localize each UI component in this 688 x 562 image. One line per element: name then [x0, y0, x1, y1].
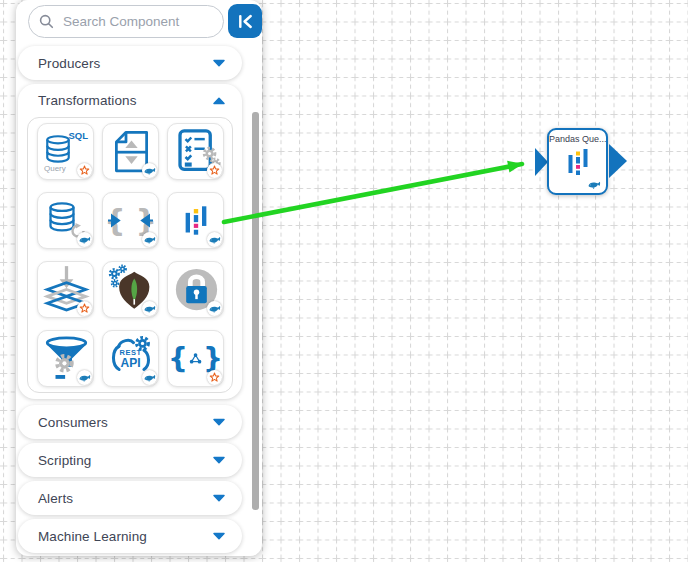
whale-badge-icon	[588, 181, 601, 189]
node-body[interactable]: Pandas Que...	[547, 128, 608, 195]
spark-star-badge-icon	[207, 370, 222, 385]
node-output-connector[interactable]	[609, 144, 627, 178]
whale-badge-icon	[142, 301, 157, 316]
tile-pandas[interactable]	[167, 192, 224, 249]
sidebar-section-consumers: Consumers	[18, 405, 242, 439]
collapse-left-icon	[237, 13, 254, 30]
tile-sql-query[interactable]: SQL Query	[37, 123, 94, 180]
tile-checklist-gears[interactable]	[167, 123, 224, 180]
sql-label: SQL	[68, 130, 88, 141]
tile-braces-network[interactable]: { }	[167, 330, 224, 387]
component-sidebar: Producers Transformations SQL Query	[16, 0, 262, 556]
chevron-down-icon	[212, 418, 226, 426]
section-label: Machine Learning	[38, 529, 147, 544]
sidebar-scrollbar-thumb[interactable]	[252, 112, 259, 510]
sidebar-section-transformations: Transformations SQL Query	[18, 84, 242, 399]
api-label: API	[120, 356, 140, 370]
chevron-up-icon	[212, 97, 226, 105]
spark-star-badge-icon	[207, 163, 222, 178]
collapse-panel-button[interactable]	[228, 4, 262, 38]
section-header-machine-learning[interactable]: Machine Learning	[18, 519, 242, 553]
tile-funnel-gear[interactable]	[37, 330, 94, 387]
canvas-node-pandas-query[interactable]: Pandas Que...	[535, 128, 630, 198]
section-label: Consumers	[38, 415, 108, 430]
transformations-tile-grid: SQL Query	[27, 117, 233, 393]
search-icon	[39, 14, 54, 29]
chevron-down-icon	[212, 456, 226, 464]
section-header-alerts[interactable]: Alerts	[18, 481, 242, 515]
spark-star-badge-icon	[77, 163, 92, 178]
database-sql-icon	[45, 135, 71, 164]
tile-mongodb-gears[interactable]	[102, 261, 159, 318]
section-label: Scripting	[38, 453, 91, 468]
sidebar-section-alerts: Alerts	[18, 481, 242, 515]
section-header-consumers[interactable]: Consumers	[18, 405, 242, 439]
tile-lock[interactable]	[167, 261, 224, 318]
tile-layers-insert[interactable]	[37, 261, 94, 318]
tile-database-refresh[interactable]	[37, 192, 94, 249]
tile-file-sort[interactable]	[102, 123, 159, 180]
section-label: Alerts	[38, 491, 73, 506]
whale-badge-icon	[142, 370, 157, 385]
whale-badge-icon	[77, 232, 92, 247]
section-header-scripting[interactable]: Scripting	[18, 443, 242, 477]
sidebar-section-producers: Producers	[18, 46, 242, 80]
pandas-icon	[567, 147, 589, 177]
sidebar-section-scripting: Scripting	[18, 443, 242, 477]
whale-badge-icon	[207, 301, 222, 316]
query-label: Query	[44, 164, 66, 173]
chevron-down-icon	[212, 494, 226, 502]
section-label: Transformations	[38, 93, 137, 108]
section-header-producers[interactable]: Producers	[18, 46, 242, 80]
search-input[interactable]	[61, 13, 213, 30]
chevron-down-icon	[212, 532, 226, 540]
section-header-transformations[interactable]: Transformations	[18, 84, 242, 117]
chevron-down-icon	[212, 59, 226, 67]
whale-badge-icon	[142, 163, 157, 178]
whale-badge-icon	[142, 232, 157, 247]
pandas-icon	[184, 204, 208, 237]
whale-badge-icon	[77, 370, 92, 385]
tile-braces-merge[interactable]: { }	[102, 192, 159, 249]
spark-star-badge-icon	[77, 301, 92, 316]
section-label: Producers	[38, 56, 100, 71]
whale-badge-icon	[207, 232, 222, 247]
search-field-container	[28, 5, 224, 38]
node-title: Pandas Que...	[549, 134, 606, 144]
tile-rest-api[interactable]: REST API	[102, 330, 159, 387]
sidebar-section-machine-learning: Machine Learning	[18, 519, 242, 553]
